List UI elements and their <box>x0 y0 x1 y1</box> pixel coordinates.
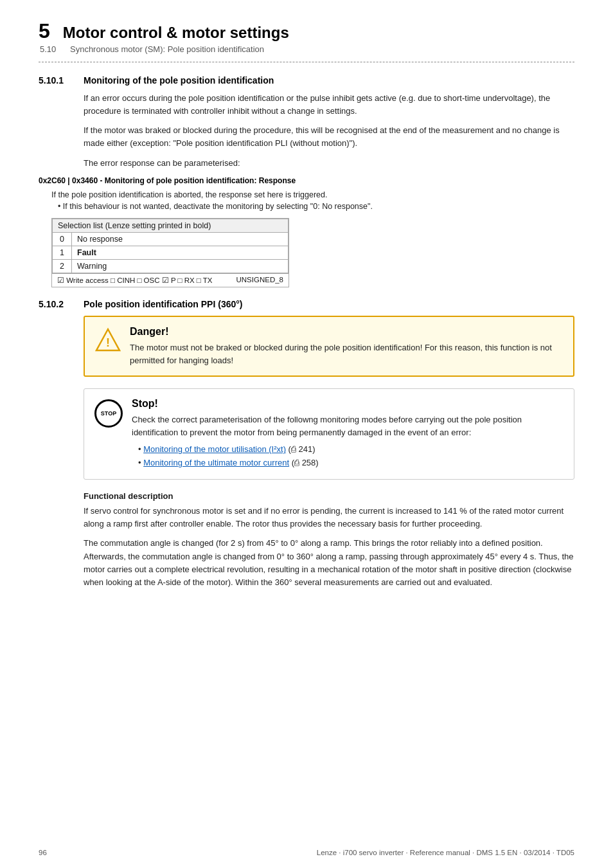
page-footer: 96 Lenze · i700 servo inverter · Referen… <box>0 849 613 856</box>
section-5101-para3: The error response can be parameterised: <box>84 157 574 170</box>
list-item: Monitoring of the ultimate motor current… <box>138 457 564 470</box>
stop-icon: STOP <box>94 399 123 428</box>
danger-content: Danger! The motor must not be braked or … <box>130 326 563 366</box>
selection-table: Selection list (Lenze setting printed in… <box>52 219 289 273</box>
param-desc-line1: If the pole position identification is a… <box>51 190 327 199</box>
section-5101-heading: 5.10.1 Monitoring of the pole position i… <box>39 75 574 86</box>
table-cell-index-2: 2 <box>53 260 72 273</box>
stop-text: Check the correct parameterisation of th… <box>132 413 564 439</box>
stop-box: STOP Stop! Check the correct parameteris… <box>84 388 574 480</box>
table-footer-access: ☑ Write access □ CINH □ OSC ☑ P □ RX □ T… <box>57 276 213 285</box>
table-cell-index-1: 1 <box>53 246 72 260</box>
page-number: 96 <box>39 849 47 856</box>
stop-title: Stop! <box>132 398 564 410</box>
table-cell-label-2: Warning <box>72 260 289 273</box>
section-5101-para1: If an error occurs during the pole posit… <box>84 92 574 118</box>
list-item-ref2: (⎙ 258) <box>292 458 319 467</box>
functional-para1: If servo control for synchronous motor i… <box>84 505 574 530</box>
param-desc: If the pole position identification is a… <box>51 189 574 213</box>
section-line: 5.10 Synchronous motor (SM): Pole positi… <box>39 44 574 54</box>
table-header-text: Selection list (Lenze setting printed in… <box>58 221 211 230</box>
section-5102-heading: 5.10.2 Pole position identification PPI … <box>39 299 574 309</box>
link-ultimate-motor-current[interactable]: Monitoring of the ultimate motor current <box>143 458 289 467</box>
section-divider <box>39 62 574 62</box>
table-header-row: Selection list (Lenze setting printed in… <box>53 219 289 233</box>
list-item: Monitoring of the motor utilisation (I²x… <box>138 443 564 457</box>
danger-title: Danger! <box>130 326 563 338</box>
danger-icon: ! <box>95 327 121 353</box>
document-info: Lenze · i700 servo inverter · Reference … <box>317 849 574 856</box>
table-footer-type: UNSIGNED_8 <box>236 276 284 284</box>
stop-icon-label: STOP <box>101 410 116 417</box>
stop-list: Monitoring of the motor utilisation (I²x… <box>138 443 564 470</box>
stop-content: Stop! Check the correct parameterisation… <box>132 398 564 470</box>
section-5102: 5.10.2 Pole position identification PPI … <box>39 299 574 589</box>
page-header: 5 Motor control & motor settings <box>39 19 574 43</box>
section-5102-title: Pole position identification PPI (360°) <box>84 299 243 309</box>
table-row: 2 Warning <box>53 260 289 273</box>
table-cell-label-0: No response <box>72 233 289 246</box>
table-footer: ☑ Write access □ CINH □ OSC ☑ P □ RX □ T… <box>51 274 289 287</box>
functional-para2: The commutation angle is changed (for 2 … <box>84 537 574 589</box>
functional-description-heading: Functional description <box>84 491 574 501</box>
section-5101-title: Monitoring of the pole position identifi… <box>84 75 274 86</box>
link-motor-utilisation[interactable]: Monitoring of the motor utilisation (I²x… <box>143 444 286 454</box>
section-5101-para2: If the motor was braked or blocked durin… <box>84 124 574 150</box>
table-row: 0 No response <box>53 233 289 246</box>
section-5102-number: 5.10.2 <box>39 299 84 309</box>
param-desc-line2: • If this behaviour is not wanted, deact… <box>58 202 373 211</box>
table-row: 1 Fault <box>53 246 289 260</box>
table-cell-label-1: Fault <box>72 246 289 260</box>
selection-table-outer: Selection list (Lenze setting printed in… <box>51 218 289 274</box>
chapter-number: 5 <box>39 19 50 43</box>
param-label: 0x2C60 | 0x3460 - Monitoring of pole pos… <box>39 176 574 185</box>
svg-text:!: ! <box>106 336 110 349</box>
chapter-title: Motor control & motor settings <box>63 24 289 42</box>
section-5101-number: 5.10.1 <box>39 75 84 86</box>
list-item-ref: (⎙ 241) <box>289 444 315 454</box>
danger-text: The motor must not be braked or blocked … <box>130 341 563 366</box>
table-cell-index-0: 0 <box>53 233 72 246</box>
danger-box: ! Danger! The motor must not be braked o… <box>84 316 574 377</box>
table-header: Selection list (Lenze setting printed in… <box>53 219 289 233</box>
section-5101: 5.10.1 Monitoring of the pole position i… <box>39 75 574 287</box>
